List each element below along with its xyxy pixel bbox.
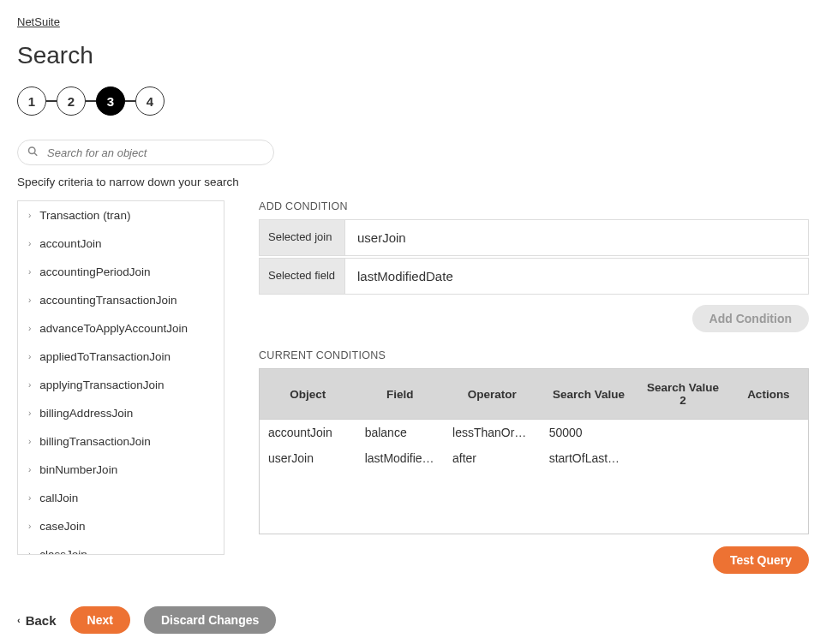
breadcrumb: NetSuite [17,15,809,28]
add-condition-heading: ADD CONDITION [259,200,809,212]
chevron-right-icon: › [28,211,31,220]
list-item-label: callJoin [39,492,78,504]
chevron-right-icon: › [28,267,31,277]
list-item[interactable]: ›advanceToApplyAccountJoin [18,314,224,343]
list-item[interactable]: ›binNumberJoin [18,456,224,484]
chevron-right-icon: › [28,239,31,248]
chevron-right-icon: › [28,380,31,390]
col-operator: Operator [444,369,541,420]
stepper: 1 2 3 4 [17,86,809,116]
list-item[interactable]: ›classJoin [18,540,224,555]
selected-field-row: Selected field lastModifiedDate [259,258,809,295]
current-conditions-heading: CURRENT CONDITIONS [259,349,809,361]
conditions-table-wrapper[interactable]: Object Field Operator Search Value Searc… [259,368,809,534]
table-cell [637,445,729,471]
list-item[interactable]: ›appliedToTransactionJoin [18,343,224,371]
list-item-label: appliedToTransactionJoin [39,350,171,363]
step-connector [86,100,96,102]
selected-join-row: Selected join userJoin [259,219,809,256]
back-label: Back [26,613,57,628]
list-item[interactable]: ›accountingTransactionJoin [18,286,224,314]
list-item-label: accountJoin [39,237,101,250]
selected-field-input[interactable]: lastModifiedDate [344,258,809,295]
table-cell: accountJoin [260,420,356,446]
chevron-right-icon: › [28,522,31,531]
list-item-label: binNumberJoin [39,463,117,476]
chevron-left-icon: ‹ [17,615,21,625]
col-field: Field [356,369,444,420]
page-title: Search [17,42,809,69]
breadcrumb-root[interactable]: NetSuite [17,15,60,28]
step-3[interactable]: 3 [96,86,125,116]
search-input[interactable] [17,140,274,165]
list-item-label: accountingTransactionJoin [39,294,177,307]
selected-join-input[interactable]: userJoin [344,219,809,256]
step-connector [125,100,135,102]
list-item[interactable]: ›billingTransactionJoin [18,427,224,456]
svg-point-0 [29,147,36,154]
table-cell: after [444,445,541,471]
table-cell: userJoin [260,445,356,471]
col-value2: Search Value 2 [637,369,729,420]
list-item-label: classJoin [39,548,87,555]
table-padding [260,471,808,534]
list-item[interactable]: ›billingAddressJoin [18,399,224,427]
conditions-table: Object Field Operator Search Value Searc… [260,369,808,534]
col-object: Object [260,369,356,420]
table-cell: 50000 [541,420,637,446]
list-item[interactable]: ›Transaction (tran) [18,201,224,230]
table-cell: lastModifie… [356,445,444,471]
table-cell [729,445,808,471]
search-container [17,140,274,165]
col-value: Search Value [541,369,637,420]
list-item[interactable]: ›callJoin [18,484,224,512]
step-1[interactable]: 1 [17,86,46,116]
step-connector [46,100,57,102]
chevron-right-icon: › [28,408,31,418]
object-list[interactable]: ›Transaction (tran)›accountJoin›accounti… [17,200,224,555]
selected-join-label: Selected join [259,219,344,256]
col-actions: Actions [729,369,808,420]
table-row[interactable]: userJoinlastModifie…afterstartOfLast… [260,445,808,471]
chevron-right-icon: › [28,465,31,474]
list-item-label: billingAddressJoin [39,407,133,420]
table-cell: balance [356,420,444,446]
svg-line-1 [34,153,37,156]
chevron-right-icon: › [28,493,31,503]
chevron-right-icon: › [28,437,31,446]
table-row[interactable]: accountJoinbalancelessThanOr…50000 [260,420,808,446]
list-item-label: billingTransactionJoin [39,435,150,448]
add-condition-button: Add Condition [692,305,809,332]
table-cell: startOfLast… [541,445,637,471]
test-query-button[interactable]: Test Query [713,546,809,574]
chevron-right-icon: › [28,352,31,361]
chevron-right-icon: › [28,550,31,555]
chevron-right-icon: › [28,295,31,305]
list-item-label: Transaction (tran) [39,209,130,222]
selected-field-label: Selected field [259,258,344,295]
chevron-right-icon: › [28,324,31,333]
step-4[interactable]: 4 [135,86,165,116]
list-item-label: accountingPeriodJoin [39,265,150,278]
next-button[interactable]: Next [70,606,130,634]
list-item[interactable]: ›applyingTransactionJoin [18,371,224,399]
table-cell [637,420,729,446]
list-item[interactable]: ›accountJoin [18,230,224,258]
list-item-label: advanceToApplyAccountJoin [39,322,188,335]
list-item[interactable]: ›caseJoin [18,512,224,540]
table-cell: lessThanOr… [444,420,541,446]
instruction-text: Specify criteria to narrow down your sea… [17,176,809,188]
back-button[interactable]: ‹ Back [17,613,57,628]
discard-button[interactable]: Discard Changes [144,606,276,634]
search-icon [27,146,38,159]
list-item-label: applyingTransactionJoin [39,379,164,391]
table-cell [729,420,808,446]
list-item[interactable]: ›accountingPeriodJoin [18,258,224,286]
step-2[interactable]: 2 [57,86,86,116]
list-item-label: caseJoin [39,520,85,533]
